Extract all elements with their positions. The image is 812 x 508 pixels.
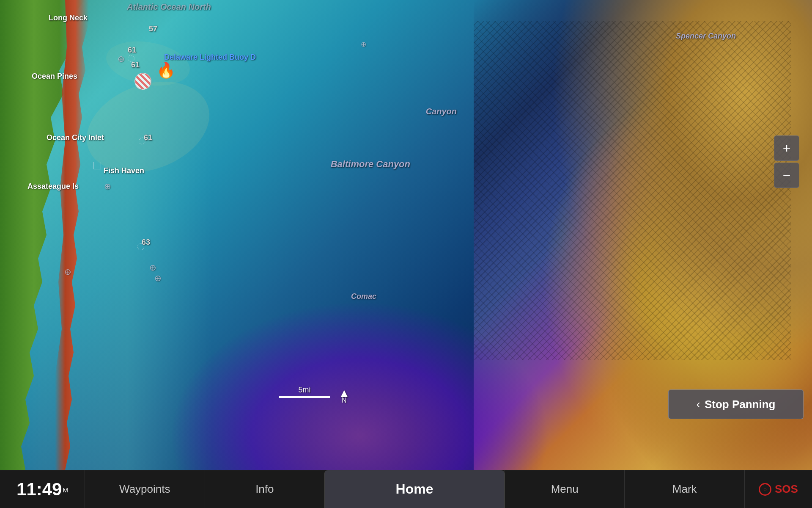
compass-4: ⊕ [149,262,156,273]
depth-circle-2 [139,138,145,144]
menu-button[interactable]: Menu [505,470,625,508]
info-button[interactable]: Info [205,470,325,508]
fish-haven-marker [93,162,101,169]
sos-label: SOS [775,483,798,496]
ampm-indicator: M [63,486,68,497]
mark-button[interactable]: Mark [624,470,744,508]
bottom-toolbar: 11:49 M Waypoints Info Home Menu Mark ○ … [0,470,812,508]
time-display: 11:49 M [0,480,85,498]
north-arrow: ▲ N [338,387,350,404]
map-container[interactable]: Atlantic Ocean North Long Neck Ocean Pin… [0,0,812,470]
scale-bar: 5mi [279,386,330,398]
stop-panning-label: Stop Panning [705,398,776,411]
bottom-canyon [169,301,550,470]
stop-panning-arrow-icon: ‹ [697,398,700,411]
compass-3: ⊕ [64,267,71,277]
striped-buoy [134,73,151,90]
info-label: Info [255,483,274,496]
menu-label: Menu [551,483,579,496]
waypoints-label: Waypoints [119,483,170,496]
stop-panning-button[interactable]: ‹ Stop Panning [668,389,804,419]
compass-5: ⊕ [154,273,162,283]
scale-label: 5mi [279,386,330,395]
mark-label: Mark [672,483,697,496]
sos-ring: ○ [763,486,767,493]
waypoints-button[interactable]: Waypoints [85,470,205,508]
sos-circle-icon: ○ [759,483,771,496]
home-label: Home [396,481,433,497]
compass-2: ⊕ [104,181,111,191]
sos-button[interactable]: ○ SOS [744,470,812,508]
lighted-buoy-symbol: 🔥 [156,61,176,79]
compass-1: ⊕ [118,54,125,64]
zoom-controls: + − [774,135,799,188]
depth-circle-1 [128,55,134,62]
compass-6: ⊕ [361,40,366,48]
time-value: 11:49 [16,480,62,498]
depth-circle-3 [137,243,144,250]
zoom-out-button[interactable]: − [774,163,799,188]
zoom-in-button[interactable]: + [774,135,799,161]
home-button[interactable]: Home [324,470,505,508]
